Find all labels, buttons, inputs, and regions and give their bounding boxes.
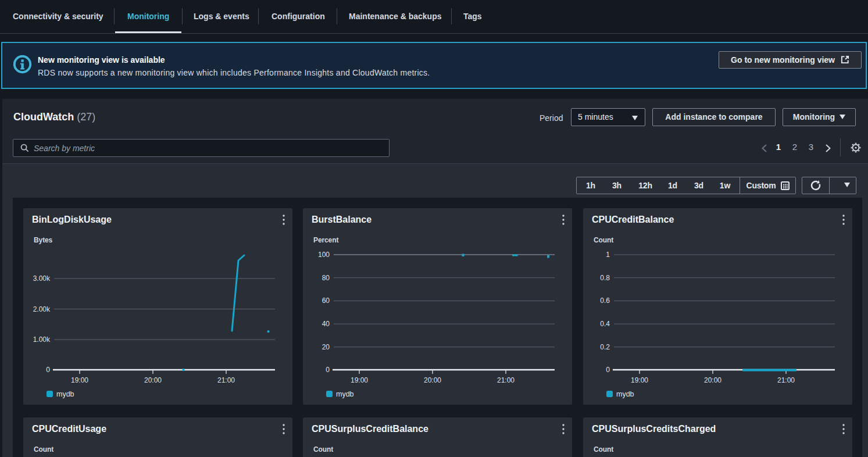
svg-text:19:00: 19:00 xyxy=(631,376,648,384)
svg-text:mydb: mydb xyxy=(336,390,354,398)
svg-text:19:00: 19:00 xyxy=(351,376,368,384)
svg-text:0.8: 0.8 xyxy=(600,274,610,282)
svg-text:20: 20 xyxy=(322,343,330,351)
svg-text:mydb: mydb xyxy=(56,390,74,398)
svg-text:20:00: 20:00 xyxy=(144,376,162,384)
svg-text:0: 0 xyxy=(46,366,50,374)
svg-text:21:00: 21:00 xyxy=(777,376,795,384)
svg-text:0.6: 0.6 xyxy=(600,297,610,305)
svg-text:2.00k: 2.00k xyxy=(33,305,51,313)
svg-text:80: 80 xyxy=(322,274,330,282)
svg-text:0.4: 0.4 xyxy=(600,320,610,328)
svg-text:21:00: 21:00 xyxy=(217,376,235,384)
svg-text:0: 0 xyxy=(326,366,330,374)
svg-text:20:00: 20:00 xyxy=(424,376,441,384)
svg-text:0: 0 xyxy=(606,366,610,374)
svg-text:1: 1 xyxy=(606,251,610,259)
svg-text:40: 40 xyxy=(322,320,330,328)
svg-text:21:00: 21:00 xyxy=(497,376,515,384)
svg-text:19:00: 19:00 xyxy=(71,376,88,384)
svg-text:1.00k: 1.00k xyxy=(33,335,51,344)
svg-text:mydb: mydb xyxy=(616,390,634,398)
svg-text:60: 60 xyxy=(322,297,330,305)
svg-text:3.00k: 3.00k xyxy=(33,274,51,283)
svg-text:20:00: 20:00 xyxy=(704,376,721,384)
svg-text:100: 100 xyxy=(318,251,330,259)
svg-text:0.2: 0.2 xyxy=(600,343,610,351)
